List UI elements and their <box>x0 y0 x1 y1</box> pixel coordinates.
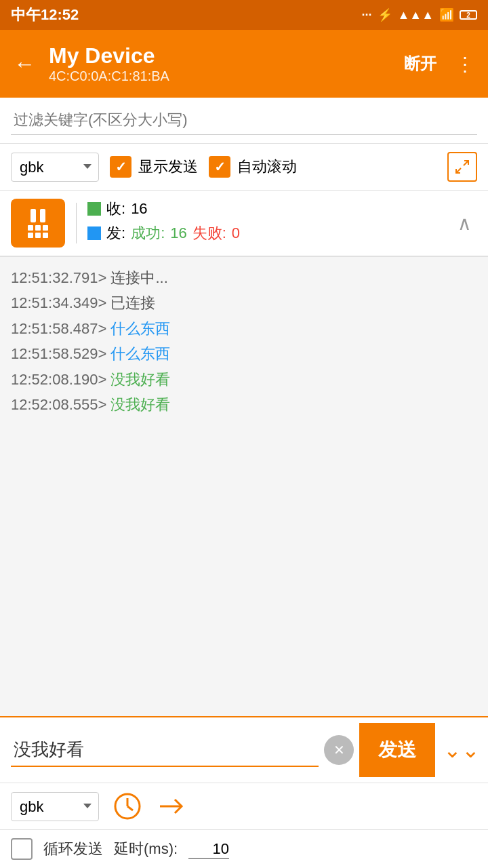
delay-input[interactable] <box>188 840 229 859</box>
fail-count: 0 <box>232 224 240 242</box>
log-line-0: 12:51:32.791> 连接中... <box>11 265 477 290</box>
device-name: My Device <box>49 43 390 68</box>
auto-scroll-checkbox-group: 自动滚动 <box>209 156 297 178</box>
bottom-encoding-row: gbk utf-8 ascii <box>0 783 488 830</box>
clock-icon[interactable] <box>113 791 142 821</box>
log-text-1: 已连接 <box>106 294 155 311</box>
encoding-select-bottom[interactable]: gbk utf-8 ascii <box>11 792 99 821</box>
status-icons: ··· ⚡ ▲▲▲ 📶 2 <box>362 7 477 22</box>
success-label: 成功: <box>131 223 165 243</box>
battery-icon: 2 <box>460 10 477 20</box>
signal-dots-icon: ··· <box>362 8 372 22</box>
filter-row <box>0 98 488 144</box>
bottom-area: ✕ 发送 ⌄⌄ gbk utf-8 ascii 循环发送 延时(ms): <box>0 716 488 868</box>
log-time-0: 12:51:32.791> <box>11 269 106 286</box>
log-text-2: 什么东西 <box>106 320 170 337</box>
show-send-checkbox[interactable] <box>110 156 131 178</box>
loop-send-checkbox[interactable] <box>11 838 33 860</box>
back-button[interactable]: ← <box>8 47 41 80</box>
show-send-checkbox-group: 显示发送 <box>110 156 198 178</box>
loop-label: 循环发送 <box>43 839 103 859</box>
vertical-divider <box>76 203 77 243</box>
pause-icon <box>30 209 45 222</box>
log-text-5: 没我好看 <box>106 396 170 413</box>
log-time-2: 12:51:58.487> <box>11 320 106 337</box>
log-time-5: 12:52:08.555> <box>11 396 106 413</box>
log-text-4: 没我好看 <box>106 371 170 388</box>
success-count: 16 <box>170 224 186 242</box>
log-line-4: 12:52:08.190> 没我好看 <box>11 367 477 392</box>
log-text-3: 什么东西 <box>106 345 170 362</box>
device-info: My Device 4C:C0:0A:C1:81:BA <box>49 43 390 84</box>
signal-bars-icon: ▲▲▲ <box>398 8 434 22</box>
auto-scroll-checkbox[interactable] <box>209 156 230 178</box>
clear-button[interactable]: ✕ <box>324 735 354 765</box>
sent-stats: 发: 成功: 16 失败: 0 <box>87 223 452 243</box>
log-time-3: 12:51:58.529> <box>11 345 106 362</box>
stats-info: 收: 16 发: 成功: 16 失败: 0 <box>87 199 452 248</box>
blue-indicator <box>87 226 101 240</box>
auto-scroll-label: 自动滚动 <box>237 157 297 177</box>
wifi-icon: 📶 <box>439 7 454 22</box>
disconnect-button[interactable]: 断开 <box>399 47 442 80</box>
delay-label: 延时(ms): <box>114 839 178 859</box>
loop-row: 循环发送 延时(ms): <box>0 830 488 868</box>
controls-row: gbk utf-8 ascii 显示发送 自动滚动 <box>0 144 488 191</box>
log-line-5: 12:52:08.555> 没我好看 <box>11 392 477 417</box>
log-line-1: 12:51:34.349> 已连接 <box>11 290 477 315</box>
received-stats: 收: 16 <box>87 199 452 219</box>
more-button[interactable]: ⋮ <box>450 47 480 81</box>
fail-label: 失败: <box>192 223 226 243</box>
trash-icon <box>28 225 48 238</box>
status-time: 中午12:52 <box>11 5 79 25</box>
stats-row: 收: 16 发: 成功: 16 失败: 0 ∧ <box>0 191 488 257</box>
pause-clear-button[interactable] <box>11 199 65 248</box>
log-time-1: 12:51:34.349> <box>11 294 106 311</box>
expand-button[interactable] <box>447 152 477 182</box>
sent-label: 发: <box>106 223 125 243</box>
collapse-button[interactable]: ∧ <box>452 207 477 240</box>
app-bar: ← My Device 4C:C0:0A:C1:81:BA 断开 ⋮ <box>0 30 488 98</box>
encoding-select-top[interactable]: gbk utf-8 ascii <box>11 153 99 182</box>
log-area: 12:51:32.791> 连接中...12:51:34.349> 已连接12:… <box>0 257 488 610</box>
message-input[interactable] <box>11 734 319 767</box>
svg-line-2 <box>127 806 133 810</box>
received-count: 16 <box>131 200 147 218</box>
show-send-label: 显示发送 <box>138 157 198 177</box>
device-mac: 4C:C0:0A:C1:81:BA <box>49 68 390 84</box>
bluetooth-icon: ⚡ <box>378 7 392 22</box>
received-label: 收: <box>106 199 125 219</box>
send-button[interactable]: 发送 <box>359 723 435 777</box>
send-history-icon[interactable] <box>156 791 186 821</box>
log-line-3: 12:51:58.529> 什么东西 <box>11 341 477 366</box>
message-input-row: ✕ 发送 ⌄⌄ <box>0 717 488 783</box>
green-indicator <box>87 202 101 216</box>
history-dropdown-button[interactable]: ⌄⌄ <box>435 723 488 777</box>
log-line-2: 12:51:58.487> 什么东西 <box>11 316 477 341</box>
filter-input[interactable] <box>11 106 477 135</box>
log-time-4: 12:52:08.190> <box>11 371 106 388</box>
status-bar: 中午12:52 ··· ⚡ ▲▲▲ 📶 2 <box>0 0 488 30</box>
log-text-0: 连接中... <box>106 269 167 286</box>
